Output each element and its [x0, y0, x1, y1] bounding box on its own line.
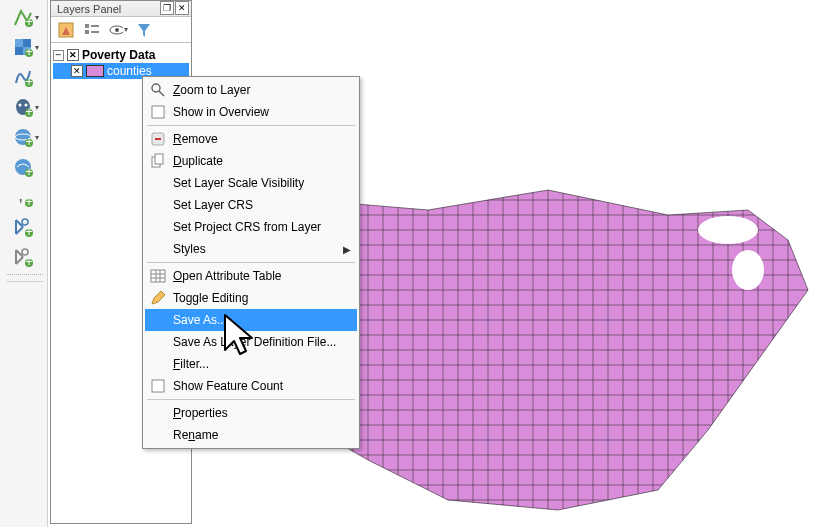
- checkbox-empty-icon: [149, 377, 167, 395]
- menu-item-label: Rename: [173, 428, 218, 442]
- menu-item-label: Zoom to Layer: [173, 83, 250, 97]
- layers-panel-titlebar[interactable]: Layers Panel ❐ ✕: [51, 1, 191, 17]
- svg-rect-106: [151, 270, 165, 282]
- svg-text:+: +: [25, 135, 32, 147]
- group-visibility-checkbox[interactable]: ✕: [67, 49, 79, 61]
- add-raster-layer-button[interactable]: + ▾: [4, 34, 42, 60]
- layers-panel-toolbar: ▾: [51, 17, 191, 43]
- menu-item-remove[interactable]: Remove: [145, 128, 357, 150]
- svg-text:+: +: [25, 225, 32, 237]
- menu-item-save-as-layer-definition-file[interactable]: Save As Layer Definition File...: [145, 331, 357, 353]
- menu-item-set-project-crs-from-layer[interactable]: Set Project CRS from Layer: [145, 216, 357, 238]
- menu-item-label: Set Layer CRS: [173, 198, 253, 212]
- menu-item-open-attribute-table[interactable]: Open Attribute Table: [145, 265, 357, 287]
- svg-point-99: [152, 84, 160, 92]
- menu-item-filter[interactable]: Filter...: [145, 353, 357, 375]
- filter-legend-button[interactable]: [81, 19, 103, 41]
- visibility-preset-button[interactable]: ▾: [107, 19, 129, 41]
- menu-item-properties[interactable]: Properties: [145, 402, 357, 424]
- add-spatialite-layer-button[interactable]: +: [4, 64, 42, 90]
- svg-point-91: [732, 250, 764, 290]
- submenu-arrow-icon: ▶: [343, 244, 351, 255]
- svg-text:,: ,: [19, 190, 22, 204]
- restore-button[interactable]: ❐: [160, 1, 174, 15]
- svg-text:+: +: [25, 45, 32, 57]
- layer-swatch-icon: [86, 65, 104, 77]
- svg-rect-94: [85, 30, 89, 34]
- style-preset-button[interactable]: [55, 19, 77, 41]
- svg-point-90: [698, 216, 758, 244]
- add-wms-layer-button[interactable]: + ▾: [4, 124, 42, 150]
- manage-layers-toolbar: + ▾ + ▾ + + ▾ + ▾ + ,+ + +: [0, 0, 48, 527]
- add-postgis-layer-button[interactable]: + ▾: [4, 94, 42, 120]
- menu-separator: [147, 262, 355, 263]
- menu-item-label: Filter...: [173, 357, 209, 371]
- checkbox-empty-icon: [149, 103, 167, 121]
- menu-item-label: Set Layer Scale Visibility: [173, 176, 304, 190]
- layer-context-menu: Zoom to LayerShow in OverviewRemoveDupli…: [142, 76, 360, 449]
- svg-text:+: +: [25, 195, 32, 207]
- menu-item-set-layer-crs[interactable]: Set Layer CRS: [145, 194, 357, 216]
- svg-point-98: [115, 28, 119, 32]
- menu-item-set-layer-scale-visibility[interactable]: Set Layer Scale Visibility: [145, 172, 357, 194]
- menu-item-save-as[interactable]: Save As...: [145, 309, 357, 331]
- svg-line-100: [159, 91, 164, 96]
- group-label: Poverty Data: [82, 48, 155, 62]
- menu-item-label: Styles: [173, 242, 206, 256]
- pencil-icon: [149, 289, 167, 307]
- new-memory-layer-button[interactable]: +: [4, 244, 42, 270]
- menu-separator: [147, 125, 355, 126]
- menu-item-label: Save As...: [173, 313, 227, 327]
- menu-item-label: Duplicate: [173, 154, 223, 168]
- svg-text:+: +: [25, 255, 32, 267]
- layer-visibility-checkbox[interactable]: ✕: [71, 65, 83, 77]
- add-vector-layer-button[interactable]: + ▾: [4, 4, 42, 30]
- menu-item-label: Remove: [173, 132, 218, 146]
- svg-text:+: +: [25, 105, 32, 117]
- filter-button[interactable]: [133, 19, 155, 41]
- add-delimited-text-button[interactable]: ,+: [4, 184, 42, 210]
- remove-icon: [149, 130, 167, 148]
- menu-item-label: Show Feature Count: [173, 379, 283, 393]
- menu-item-styles[interactable]: Styles▶: [145, 238, 357, 260]
- duplicate-icon: [149, 152, 167, 170]
- svg-rect-105: [155, 154, 163, 164]
- menu-item-zoom-to-layer[interactable]: Zoom to Layer: [145, 79, 357, 101]
- svg-point-10: [19, 104, 22, 107]
- menu-item-label: Show in Overview: [173, 105, 269, 119]
- layer-group[interactable]: − ✕ Poverty Data: [53, 47, 189, 63]
- menu-item-label: Save As Layer Definition File...: [173, 335, 336, 349]
- menu-item-label: Set Project CRS from Layer: [173, 220, 321, 234]
- toolbar-handle: [6, 274, 44, 282]
- menu-item-label: Properties: [173, 406, 228, 420]
- menu-item-rename[interactable]: Rename: [145, 424, 357, 446]
- menu-separator: [147, 399, 355, 400]
- menu-item-label: Toggle Editing: [173, 291, 248, 305]
- menu-item-toggle-editing[interactable]: Toggle Editing: [145, 287, 357, 309]
- svg-rect-3: [15, 39, 23, 47]
- menu-item-show-feature-count[interactable]: Show Feature Count: [145, 375, 357, 397]
- add-wcs-layer-button[interactable]: +: [4, 154, 42, 180]
- close-button[interactable]: ✕: [175, 1, 189, 15]
- new-shapefile-button[interactable]: +: [4, 214, 42, 240]
- svg-text:+: +: [25, 15, 32, 27]
- menu-item-duplicate[interactable]: Duplicate: [145, 150, 357, 172]
- svg-rect-111: [152, 380, 164, 392]
- menu-item-label: Open Attribute Table: [173, 269, 282, 283]
- svg-rect-93: [85, 24, 89, 28]
- svg-text:+: +: [25, 165, 32, 177]
- svg-text:+: +: [25, 75, 32, 87]
- table-icon: [149, 267, 167, 285]
- layers-panel-title: Layers Panel: [57, 3, 121, 15]
- svg-rect-101: [152, 106, 164, 118]
- menu-item-show-in-overview[interactable]: Show in Overview: [145, 101, 357, 123]
- zoom-layer-icon: [149, 81, 167, 99]
- collapse-icon[interactable]: −: [53, 50, 64, 61]
